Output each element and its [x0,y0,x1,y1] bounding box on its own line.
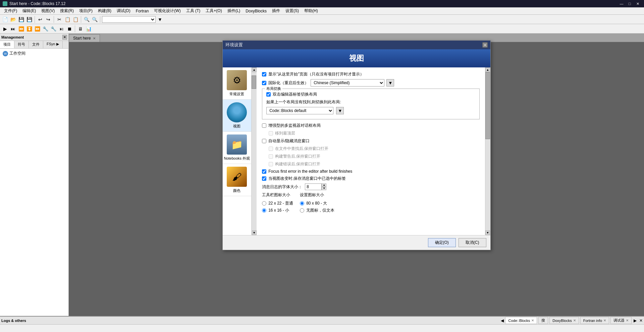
dialog-close-btn[interactable]: ✕ [482,42,488,48]
tab-projects[interactable]: 项目 [0,41,14,48]
ok-button[interactable]: 确定(O) [428,238,456,247]
toolbar-replace[interactable]: 🔍 [91,16,98,23]
toolbar-1: 📄 📂 💾 💾 ↩ ↪ ✂ 📋 📋 🔍 🔍 ▼ [0,15,644,24]
bottom-tab-codeblocks-close[interactable]: ✕ [531,319,534,322]
toolbar-debug2[interactable]: 🔧 [50,25,57,33]
i18n-checkbox[interactable] [262,81,266,85]
menu-plugins[interactable]: 插件(L) [225,7,243,14]
menu-file[interactable]: 文件(F) [1,7,20,14]
toolbar-cut[interactable]: ✂ [56,16,63,23]
maximize-button[interactable]: □ [626,0,633,7]
auto-hide-checkbox[interactable] [262,139,266,143]
toolbar-debug1[interactable]: 🔧 [42,25,49,33]
bottom-tab-search[interactable]: 搜 [538,317,548,324]
layout-dropdown-arrow[interactable]: ▼ [336,107,344,114]
menu-edit[interactable]: 编辑(E) [20,7,39,14]
radio-22[interactable] [262,201,266,206]
layout-dropdown[interactable]: Code::Blocks default [266,107,333,114]
toolbar-step2[interactable]: ⏩ [17,25,25,33]
toolbar-monitor[interactable]: 🖥 [77,25,84,33]
spin-down[interactable]: ▼ [322,187,326,190]
toolbar-run[interactable]: ▶ [1,25,9,33]
radio-none[interactable] [300,208,304,213]
bottom-tab-doxyblocks[interactable]: DoxyBlocks ✕ [549,317,579,324]
panel-close-btn[interactable]: ✕ [62,35,67,40]
bottom-panel-nav-left[interactable]: ◀ [501,318,504,323]
menu-view[interactable]: 视图(V) [39,7,57,14]
bottom-tab-codeblocks[interactable]: Code::Blocks ✕ [505,317,537,324]
dialog-content-scrollbar[interactable]: ▲ ▼ [485,67,490,235]
toolbar-step[interactable]: ⏭ [9,25,17,33]
font-size-input[interactable]: 8 [305,183,322,190]
toolbar-stop[interactable]: ⏹ [66,25,73,33]
toolbar-find[interactable]: 🔍 [83,16,90,23]
save-perspective-checkbox[interactable] [262,176,266,181]
sidebar-label-general: 常规设置 [229,92,244,97]
menu-doxyblocks[interactable]: DoxyBlocks [243,8,269,14]
enhanced-monitor-checkbox[interactable] [262,123,266,128]
bottom-tab-fortran-close[interactable]: ✕ [603,319,606,322]
menu-visual-design[interactable]: 可视化设计(W) [151,7,183,14]
content-scroll-down[interactable]: ▼ [485,230,490,235]
toolbar-misc[interactable]: 📊 [85,25,92,33]
toolbar-save-all[interactable]: 💾 [25,16,33,23]
menu-settings[interactable]: 设置(S) [283,7,302,14]
toolbar-save[interactable]: 💾 [17,16,25,23]
toolbar-debug3[interactable]: ⏯ [58,25,65,33]
menu-fortran[interactable]: Fortran [133,8,152,14]
sub2-checkbox[interactable] [269,154,273,159]
menu-build[interactable]: 构建(B) [95,7,114,14]
sub3-checkbox[interactable] [269,162,273,166]
menu-project[interactable]: 项目(P) [76,7,95,14]
menu-tools[interactable]: 工具 (T) [183,7,203,14]
tab-fsyn[interactable]: FSyn ▶ [43,41,63,48]
bottom-tab-doxyblocks-close[interactable]: ✕ [573,319,576,322]
radio-80[interactable] [300,201,304,206]
scroll-up-arrow[interactable]: ▲ [252,67,257,72]
bottom-tab-debugger[interactable]: 调试器 ✕ [610,317,632,324]
close-button[interactable]: ✕ [634,0,641,7]
toolbar-dropdown[interactable] [102,16,156,23]
sub1-checkbox[interactable] [269,147,273,151]
minimize-button[interactable]: — [618,0,625,7]
scroll-down-arrow[interactable]: ▼ [252,230,257,235]
bottom-panel-close[interactable]: ✕ [639,318,643,323]
dialog-sidebar-scrollbar[interactable]: ▲ ▼ [251,67,257,235]
menu-debug[interactable]: 调试(D) [114,7,133,14]
sidebar-item-colors[interactable]: 🖌 颜色 [223,164,252,196]
bottom-tabs-container: Code::Blocks ✕ 搜 DoxyBlocks ✕ Fortran in… [505,317,632,324]
content-scroll-up[interactable]: ▲ [485,67,490,72]
workspace-icon: W [3,51,8,56]
menu-search[interactable]: 搜索(R) [57,7,76,14]
toolbar-new[interactable]: 📄 [1,16,9,23]
bottom-tab-debugger-close[interactable]: ✕ [626,319,629,322]
language-dropdown[interactable]: Chinese (Simplified) [311,79,384,87]
menu-help[interactable]: 帮助(H) [302,7,321,14]
menu-plugins2[interactable]: 插件 [269,7,283,14]
double-click-layout-checkbox[interactable] [266,92,271,97]
language-dropdown-arrow[interactable]: ▼ [386,79,394,87]
show-start-page-checkbox[interactable] [262,72,266,76]
sidebar-item-view[interactable]: 视图 [223,100,252,132]
radio-16[interactable] [262,208,266,213]
toolbar-redo[interactable]: ↪ [45,16,52,23]
topmost-checkbox[interactable] [269,131,273,135]
toolbar-paste[interactable]: 📋 [72,16,79,23]
toolbar-dropdown-btn[interactable]: ▼ [156,16,164,23]
focus-error-checkbox[interactable] [262,169,266,174]
toolbar-step4[interactable]: ⏩ [34,25,41,33]
toolbar-copy[interactable]: 📋 [64,16,71,23]
bottom-tab-fortran[interactable]: Fortran info ✕ [580,317,609,324]
spin-up[interactable]: ▲ [322,183,326,187]
sidebar-item-notebooks[interactable]: 📁 Notebooks 外观 [223,132,252,164]
tab-files[interactable]: 文件 [29,41,43,48]
bottom-panel-nav-right[interactable]: ▶ [634,318,637,323]
tab-symbols[interactable]: 符号 [14,41,29,48]
toolbar-undo[interactable]: ↩ [37,16,44,23]
toolbar-step3[interactable]: ⏬ [25,25,33,33]
cancel-button[interactable]: 取消(C) [459,238,486,247]
radio-16-row: 16 x 16 - 小 [262,208,293,213]
toolbar-open[interactable]: 📂 [9,16,17,23]
menu-tools-plus[interactable]: 工具+(O) [203,7,224,14]
sidebar-item-general[interactable]: ⚙ 常规设置 [223,67,252,100]
